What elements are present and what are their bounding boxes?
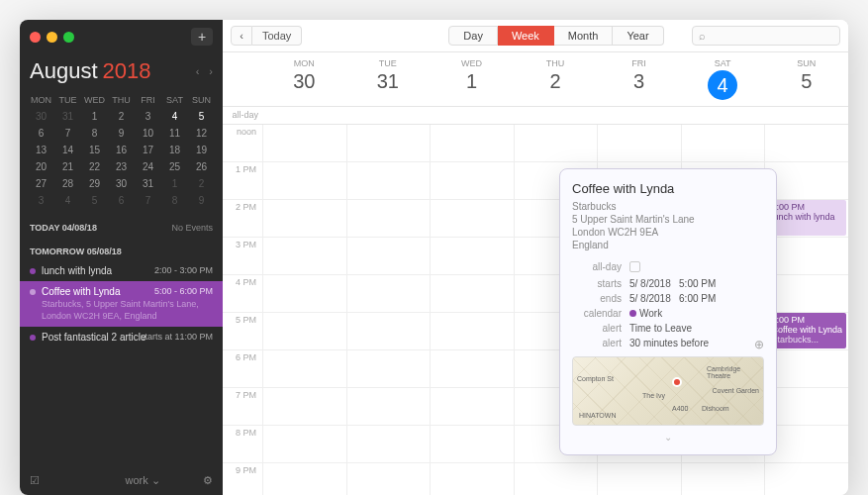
hour-cell[interactable]: [262, 125, 346, 161]
hour-cell[interactable]: [262, 162, 346, 199]
hour-cell[interactable]: [764, 350, 848, 387]
hour-cell[interactable]: [346, 275, 431, 312]
hour-cell[interactable]: [346, 125, 431, 161]
prev-month-button[interactable]: ‹: [196, 65, 200, 77]
minical-day[interactable]: 22: [81, 158, 108, 175]
minimize-icon[interactable]: [47, 32, 57, 43]
day-column-header[interactable]: WED1: [430, 52, 514, 106]
agenda-item[interactable]: Post fantastical 2 articlestarts at 11:0…: [20, 327, 223, 347]
search-input[interactable]: ⌕: [692, 26, 840, 46]
hour-cell[interactable]: [262, 275, 346, 312]
minical-day[interactable]: 1: [81, 108, 108, 125]
minical-day[interactable]: 30: [108, 175, 135, 192]
minical-day[interactable]: 31: [54, 108, 81, 125]
hour-cell[interactable]: [346, 463, 431, 495]
minical-day[interactable]: 29: [81, 175, 108, 192]
calendar-picker[interactable]: Work: [629, 308, 764, 319]
hour-cell[interactable]: [597, 463, 681, 495]
hour-cell[interactable]: [764, 426, 848, 462]
hour-cell[interactable]: [430, 238, 514, 274]
minical-day[interactable]: 7: [54, 125, 81, 142]
minical-day[interactable]: 18: [161, 142, 188, 158]
hour-cell[interactable]: [430, 162, 514, 199]
hour-cell[interactable]: [346, 350, 431, 387]
minical-day[interactable]: 6: [108, 192, 135, 209]
minical-day[interactable]: 12: [188, 125, 215, 142]
hour-cell[interactable]: [262, 463, 346, 495]
hour-cell[interactable]: [346, 238, 431, 274]
hour-cell[interactable]: [764, 125, 848, 161]
minical-day[interactable]: 15: [81, 142, 108, 158]
hour-cell[interactable]: [764, 238, 848, 274]
minical-day[interactable]: 9: [188, 192, 215, 209]
hour-cell[interactable]: [430, 426, 514, 462]
zoom-icon[interactable]: [63, 32, 74, 43]
add-event-button[interactable]: +: [191, 28, 213, 46]
minical-day[interactable]: 4: [161, 108, 188, 125]
hour-cell[interactable]: [514, 463, 598, 495]
view-month[interactable]: Month: [554, 26, 614, 46]
minical-day[interactable]: 16: [108, 142, 135, 158]
allday-checkbox[interactable]: [629, 261, 640, 272]
minical-day[interactable]: 10: [135, 125, 161, 142]
day-column-header[interactable]: FRI3: [597, 52, 681, 106]
prev-period-button[interactable]: ‹: [231, 26, 252, 46]
hour-cell[interactable]: [346, 388, 431, 425]
agenda-item[interactable]: Coffee with Lynda5:00 - 6:00 PMStarbucks…: [20, 281, 223, 327]
minical-day[interactable]: 8: [81, 125, 108, 142]
minical-day[interactable]: 5: [81, 192, 108, 209]
hour-cell[interactable]: [764, 162, 848, 199]
today-button[interactable]: Today: [252, 26, 302, 46]
hour-cell[interactable]: [346, 162, 431, 199]
hour-cell[interactable]: [597, 125, 681, 161]
minical-day[interactable]: 25: [161, 158, 188, 175]
day-column-header[interactable]: THU2: [514, 52, 598, 106]
minical-day[interactable]: 2: [108, 108, 135, 125]
minical-day[interactable]: 21: [54, 158, 81, 175]
minical-day[interactable]: 13: [28, 142, 54, 158]
expand-chevron-icon[interactable]: ⌄: [572, 432, 764, 443]
minical-day[interactable]: 14: [54, 142, 81, 158]
hour-cell[interactable]: [764, 463, 848, 495]
minical-day[interactable]: 3: [28, 192, 54, 209]
day-column-header[interactable]: MON30: [262, 52, 346, 106]
hour-cell[interactable]: [430, 200, 514, 237]
minical-day[interactable]: 1: [161, 175, 188, 192]
add-alert-button[interactable]: ⊕: [754, 338, 764, 351]
minical-day[interactable]: 27: [28, 175, 54, 192]
minical-day[interactable]: 8: [161, 192, 188, 209]
hour-cell[interactable]: [346, 313, 431, 349]
hour-cell[interactable]: [430, 463, 514, 495]
view-week[interactable]: Week: [498, 26, 554, 46]
checkbox-icon[interactable]: ☑: [30, 474, 40, 487]
close-icon[interactable]: [30, 32, 41, 43]
minical-day[interactable]: 6: [28, 125, 54, 142]
view-year[interactable]: Year: [613, 26, 663, 46]
minical-day[interactable]: 30: [28, 108, 54, 125]
minical-day[interactable]: 20: [28, 158, 54, 175]
minical-day[interactable]: 4: [54, 192, 81, 209]
hour-cell[interactable]: [430, 313, 514, 349]
minical-day[interactable]: 7: [135, 192, 161, 209]
hour-cell[interactable]: [430, 350, 514, 387]
calendar-selector[interactable]: work ⌄: [125, 474, 159, 487]
minical-day[interactable]: 19: [188, 142, 215, 158]
minical-day[interactable]: 2: [188, 175, 215, 192]
hour-cell[interactable]: [430, 125, 514, 161]
gear-icon[interactable]: ⚙: [203, 474, 213, 487]
day-column-header[interactable]: TUE31: [346, 52, 431, 106]
hour-cell[interactable]: [262, 313, 346, 349]
day-column-header[interactable]: SUN5: [764, 52, 848, 106]
hour-cell[interactable]: [262, 426, 346, 462]
minical-day[interactable]: 11: [161, 125, 188, 142]
hour-cell[interactable]: [262, 350, 346, 387]
agenda-item[interactable]: lunch with lynda2:00 - 3:00 PM: [20, 260, 223, 281]
hour-cell[interactable]: [764, 388, 848, 425]
minical-day[interactable]: 5: [188, 108, 215, 125]
map-preview[interactable]: Compton St The Ivy A400 HINATOWN Cambrid…: [572, 356, 764, 426]
minical-day[interactable]: 26: [188, 158, 215, 175]
minical-day[interactable]: 23: [108, 158, 135, 175]
minical-day[interactable]: 24: [135, 158, 161, 175]
hour-cell[interactable]: [430, 388, 514, 425]
hour-cell[interactable]: [262, 238, 346, 274]
